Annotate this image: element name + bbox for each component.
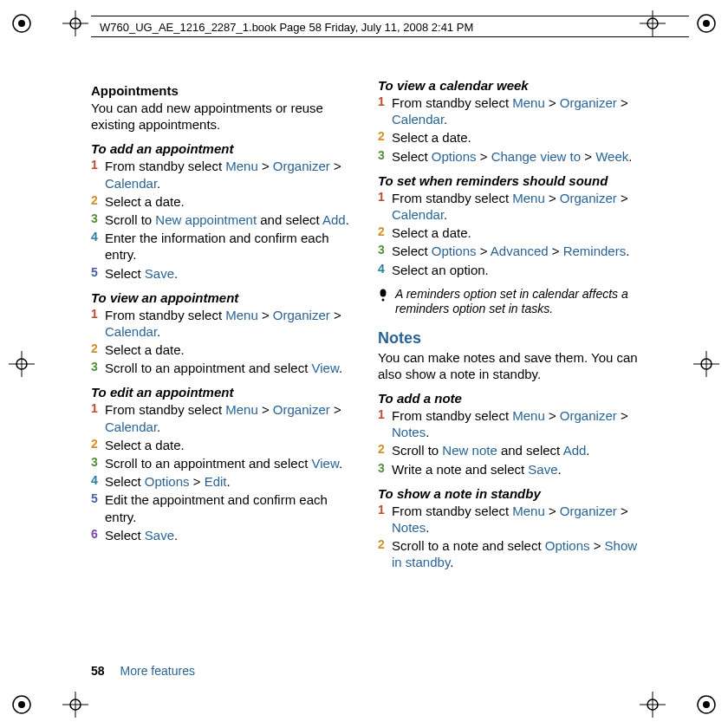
svg-point-25 <box>703 701 710 708</box>
step: 3Select Options > Advanced > Reminders. <box>378 243 646 259</box>
heading-add-appointment: To add an appointment <box>91 141 359 156</box>
registration-icon <box>693 10 719 36</box>
nav-options: Options <box>432 149 477 164</box>
step: 1From standby select Menu > Organizer > … <box>378 407 646 440</box>
step-text: Select a date. <box>105 342 185 357</box>
nav-new-appointment: New appointment <box>155 212 257 227</box>
step: 4Select Options > Edit. <box>91 473 359 490</box>
step-end: . <box>426 425 429 439</box>
page-number: 58 <box>91 664 105 678</box>
step-text: From standby select <box>105 402 225 417</box>
step-end: . <box>450 555 453 569</box>
step-sep: > <box>581 149 595 164</box>
step-text: Select a date. <box>392 130 471 145</box>
svg-point-21 <box>703 20 710 27</box>
step: 3Scroll to New appointment and select Ad… <box>91 211 359 228</box>
nav-view: View <box>311 361 338 375</box>
step: 2Scroll to a note and select Options > S… <box>378 537 646 570</box>
steps-reminders: 1From standby select Menu > Organizer > … <box>378 190 646 278</box>
step-text: From standby select <box>392 191 512 205</box>
nav-organizer: Organizer <box>273 402 330 417</box>
nav-new-note: New note <box>442 443 497 458</box>
nav-organizer: Organizer <box>560 95 617 110</box>
step: 5Select Save. <box>91 265 359 282</box>
step: 2Select a date. <box>91 437 359 453</box>
info-note: A reminders option set in calendar affec… <box>378 287 646 317</box>
registration-icon <box>693 692 719 718</box>
nav-calendar: Calendar <box>105 324 157 339</box>
step: 2Select a date. <box>378 129 646 146</box>
nav-calendar: Calendar <box>392 207 444 222</box>
crop-mark-icon <box>693 351 719 377</box>
step-end: . <box>339 456 342 471</box>
step-text: Scroll to <box>105 212 155 227</box>
step-sep: > <box>330 402 341 417</box>
step-text: Scroll to an appointment and select <box>105 361 311 375</box>
step-text: Select an option. <box>392 263 489 277</box>
step: 3Select Options > Change view to > Week. <box>378 148 646 165</box>
nav-advanced: Advanced <box>491 244 549 258</box>
step-sep: > <box>330 308 341 322</box>
step-text: From standby select <box>392 95 512 110</box>
step: 1From standby select Menu > Organizer > … <box>378 503 646 536</box>
step-sep: > <box>545 95 560 110</box>
header-rule-bottom <box>91 36 689 37</box>
nav-organizer: Organizer <box>560 504 617 518</box>
step-sep: > <box>258 308 273 322</box>
step-sep: > <box>258 159 273 173</box>
crop-mark-icon <box>9 351 35 377</box>
nav-calendar: Calendar <box>105 419 157 434</box>
step: 4Enter the information and confirm each … <box>91 230 359 263</box>
step: 2Select a date. <box>91 193 359 210</box>
steps-add-note: 1From standby select Menu > Organizer > … <box>378 407 646 478</box>
step-text: From standby select <box>105 308 225 322</box>
step-text: and select <box>497 443 563 458</box>
nav-menu: Menu <box>512 504 545 518</box>
step-sep: > <box>545 191 560 205</box>
running-header: W760_UG_AE_1216_2287_1.book Page 58 Frid… <box>100 21 473 34</box>
step-sep: > <box>617 95 628 110</box>
step-sep: > <box>258 402 273 417</box>
registration-icon <box>9 692 35 718</box>
nav-add: Add <box>563 443 587 458</box>
step: 6Select Save. <box>91 527 359 543</box>
step-text: Select <box>105 474 145 489</box>
step-text: Scroll to an appointment and select <box>105 456 311 471</box>
step-sep: > <box>545 408 560 423</box>
nav-organizer: Organizer <box>560 408 617 423</box>
step-text: Select <box>105 266 145 281</box>
step: 1From standby select Menu > Organizer > … <box>91 401 359 434</box>
step: 3Write a note and select Save. <box>378 461 646 478</box>
nav-menu: Menu <box>225 308 258 322</box>
steps-view-appointment: 1From standby select Menu > Organizer > … <box>91 307 359 377</box>
heading-add-note: To add a note <box>378 391 646 406</box>
svg-point-26 <box>380 289 387 296</box>
step-text: Scroll to <box>392 443 442 458</box>
step: 1From standby select Menu > Organizer > … <box>91 158 359 191</box>
footer-section: More features <box>120 664 195 678</box>
heading-view-week: To view a calendar week <box>378 78 646 93</box>
step: 5Edit the appointment and confirm each e… <box>91 491 359 524</box>
step-sep: > <box>330 159 341 173</box>
step-text: Select <box>392 244 432 258</box>
step-end: . <box>339 361 342 375</box>
step-end: . <box>157 176 160 191</box>
step-text: From standby select <box>392 408 512 423</box>
steps-add-appointment: 1From standby select Menu > Organizer > … <box>91 158 359 281</box>
step: 2Scroll to New note and select Add. <box>378 442 646 458</box>
nav-options: Options <box>545 538 590 553</box>
svg-point-23 <box>18 701 25 708</box>
step-text: Write a note and select <box>392 462 528 477</box>
step-sep: > <box>549 244 563 258</box>
nav-week: Week <box>595 149 628 164</box>
step-text: Select <box>392 149 432 164</box>
step-end: . <box>426 520 429 535</box>
document-page: W760_UG_AE_1216_2287_1.book Page 58 Frid… <box>0 0 728 728</box>
nav-notes: Notes <box>392 520 426 535</box>
step-end: . <box>227 474 231 489</box>
step-text: Edit the appointment and confirm each en… <box>105 492 328 523</box>
step-text: Select a date. <box>392 225 471 240</box>
nav-options: Options <box>432 244 477 258</box>
step-sep: > <box>477 149 491 164</box>
step-text: Select a date. <box>105 438 185 452</box>
